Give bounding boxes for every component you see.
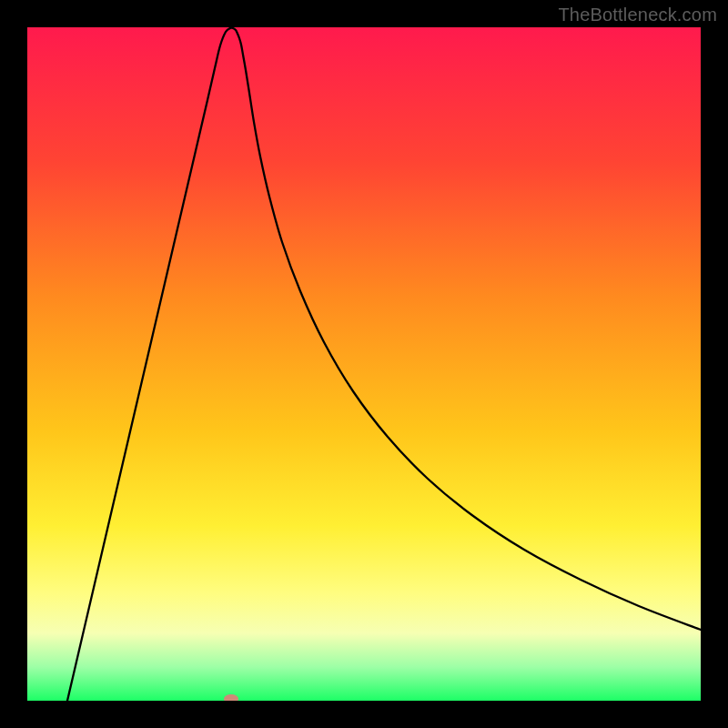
plot-area <box>27 27 701 701</box>
gradient-background <box>27 27 701 701</box>
watermark-label: TheBottleneck.com <box>558 5 717 25</box>
chart-frame: TheBottleneck.com <box>0 0 728 728</box>
chart-svg <box>27 27 701 701</box>
